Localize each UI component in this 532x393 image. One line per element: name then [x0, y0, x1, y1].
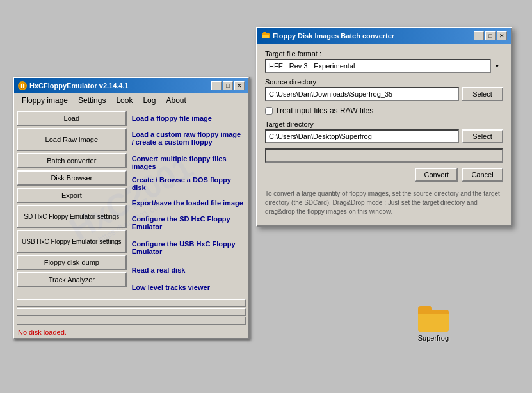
- source-directory-group: Source directory Select: [265, 78, 503, 101]
- folder-front: [418, 314, 449, 332]
- desc-disk-browser: Create / Browse a DOS floppy disk: [131, 174, 246, 193]
- close-button[interactable]: ✕: [234, 81, 245, 90]
- main-window: H HxCFloppyEmulator v2.14.4.1 ─ □ ✕ Flop…: [13, 77, 250, 339]
- desc-load-raw: Load a custom raw floppy image / create …: [131, 128, 246, 151]
- target-format-select-wrapper: HFE - Rev 3 - Experimental HFE - Rev 1 I…: [265, 59, 503, 73]
- desc-track-analyzer: Low level tracks viewer: [131, 280, 246, 295]
- progress-bar-2: [17, 308, 246, 316]
- app-icon: H: [18, 81, 27, 90]
- disk-browser-button[interactable]: Disk Browser: [17, 170, 127, 186]
- batch-title-bar: Floppy Disk Images Batch converter ─ □ ✕: [257, 28, 511, 44]
- batch-title-buttons: ─ □ ✕: [474, 31, 507, 40]
- info-text: To convert a large quantity of floppy im…: [265, 187, 503, 219]
- treat-raw-row: Treat input files as RAW files: [265, 106, 503, 115]
- source-directory-input[interactable]: [265, 87, 459, 101]
- export-button[interactable]: Export: [17, 188, 127, 203]
- conversion-progress: [265, 148, 503, 163]
- load-button[interactable]: Load: [17, 111, 127, 126]
- progress-row: [265, 148, 503, 163]
- menu-log[interactable]: Log: [138, 95, 161, 106]
- usb-hxc-settings-button[interactable]: USB HxC Floppy Emulator settings: [17, 230, 127, 253]
- title-bar-buttons: ─ □ ✕: [211, 81, 245, 90]
- minimize-button[interactable]: ─: [211, 81, 222, 90]
- svg-text:H: H: [20, 84, 24, 88]
- target-directory-row: Select: [265, 129, 503, 143]
- description-column: Load a floppy file image Load a custom r…: [131, 111, 246, 295]
- desc-load: Load a floppy file image: [131, 111, 246, 126]
- batch-minimize-button[interactable]: ─: [474, 31, 484, 40]
- target-directory-group: Target directory Select: [265, 120, 503, 143]
- main-title-bar: H HxCFloppyEmulator v2.14.4.1 ─ □ ✕: [14, 78, 248, 93]
- batch-title-left: Floppy Disk Images Batch converter: [261, 31, 394, 40]
- folder-icon: [418, 306, 449, 332]
- treat-raw-checkbox[interactable]: [265, 107, 273, 115]
- svg-rect-3: [263, 32, 266, 35]
- progress-bars: [14, 298, 248, 326]
- main-content: Load Load Raw image Batch converter Disk…: [14, 108, 248, 298]
- menu-bar: Floppy image Settings Look Log About: [14, 93, 248, 108]
- track-analyzer-button[interactable]: Track Analyzer: [17, 272, 127, 287]
- svg-rect-4: [262, 35, 269, 38]
- batch-dialog-title: Floppy Disk Images Batch converter: [273, 32, 394, 40]
- main-window-inner: HxC2001 https://hxc2001.com Load Load Ra…: [14, 108, 248, 298]
- menu-about[interactable]: About: [161, 95, 191, 106]
- desc-sd-settings: Configure the SD HxC Floppy Emulator: [131, 213, 246, 236]
- menu-settings[interactable]: Settings: [73, 95, 111, 106]
- batch-content: Target file format : HFE - Rev 3 - Exper…: [257, 44, 511, 225]
- progress-bar-1: [17, 299, 246, 307]
- progress-bar-3: [17, 317, 246, 325]
- batch-maximize-button[interactable]: □: [485, 31, 496, 40]
- batch-dialog-icon: [261, 31, 270, 40]
- sd-hxc-settings-button[interactable]: SD HxC Floppy Emulator settings: [17, 205, 127, 228]
- target-format-select[interactable]: HFE - Rev 3 - Experimental HFE - Rev 1 I…: [265, 59, 503, 73]
- title-bar-left: H HxCFloppyEmulator v2.14.4.1: [18, 81, 129, 90]
- floppy-disk-dump-button[interactable]: Floppy disk dump: [17, 255, 127, 270]
- treat-raw-label: Treat input files as RAW files: [275, 106, 373, 115]
- target-format-group: Target file format : HFE - Rev 3 - Exper…: [265, 50, 503, 73]
- action-buttons-row: Convert Cancel: [265, 168, 503, 182]
- batch-dialog: Floppy Disk Images Batch converter ─ □ ✕…: [256, 27, 512, 227]
- desc-usb-settings: Configure the USB HxC Floppy Emulator: [131, 237, 246, 261]
- cancel-button[interactable]: Cancel: [462, 168, 503, 182]
- batch-close-button[interactable]: ✕: [497, 31, 507, 40]
- select-source-button[interactable]: Select: [462, 87, 503, 101]
- maximize-button[interactable]: □: [223, 81, 233, 90]
- desc-export: Export/save the loaded file image: [131, 195, 246, 211]
- desc-floppy-dump: Read a real disk: [131, 262, 246, 278]
- folder-label: Superfrog: [418, 334, 449, 342]
- menu-floppy-image[interactable]: Floppy image: [17, 95, 73, 106]
- menu-look[interactable]: Look: [111, 95, 138, 106]
- target-directory-input[interactable]: [265, 129, 459, 143]
- desc-batch: Convert multiple floppy files images: [131, 153, 246, 172]
- button-column: Load Load Raw image Batch converter Disk…: [17, 111, 127, 295]
- main-window-title: HxCFloppyEmulator v2.14.4.1: [29, 82, 129, 90]
- target-format-label: Target file format :: [265, 50, 503, 58]
- batch-converter-button[interactable]: Batch converter: [17, 153, 127, 168]
- source-directory-label: Source directory: [265, 78, 503, 86]
- convert-button[interactable]: Convert: [415, 168, 458, 182]
- source-directory-row: Select: [265, 87, 503, 101]
- select-target-button[interactable]: Select: [462, 129, 503, 143]
- desktop-folder[interactable]: Superfrog: [418, 306, 449, 342]
- load-raw-image-button[interactable]: Load Raw image: [17, 128, 127, 151]
- status-text: No disk loaded.: [18, 328, 67, 336]
- target-directory-label: Target directory: [265, 120, 503, 128]
- status-bar: No disk loaded.: [14, 326, 248, 338]
